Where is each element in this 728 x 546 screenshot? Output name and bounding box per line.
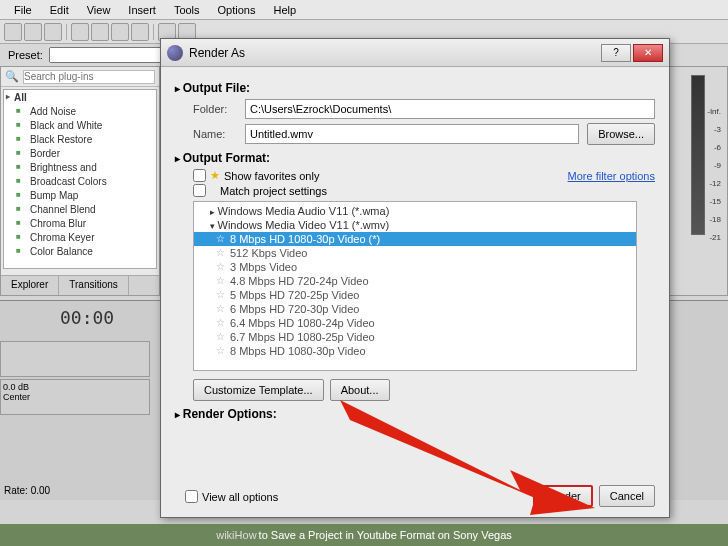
tab-explorer[interactable]: Explorer [1, 276, 59, 295]
toolbar-new-icon[interactable] [4, 23, 22, 41]
dialog-title: Render As [189, 46, 599, 60]
plugin-sidebar: 🔍 All Add Noise Black and White Black Re… [0, 66, 160, 296]
help-button[interactable]: ? [601, 44, 631, 62]
format-template[interactable]: 512 Kbps Video [194, 246, 636, 260]
dialog-titlebar[interactable]: Render As ? ✕ [161, 39, 669, 67]
toolbar-props-icon[interactable] [71, 23, 89, 41]
format-template[interactable]: 6 Mbps HD 720-30p Video [194, 302, 636, 316]
wikihow-caption: wikiHow to Save a Project in Youtube For… [0, 524, 728, 546]
plugin-item[interactable]: Chroma Keyer [6, 232, 154, 246]
plugin-tree[interactable]: All Add Noise Black and White Black Rest… [3, 89, 157, 269]
render-button[interactable]: Render [533, 485, 593, 507]
plugin-item[interactable]: Broadcast Colors [6, 176, 154, 190]
sidebar-tabs: Explorer Transitions [1, 275, 159, 295]
format-template[interactable]: 6.7 Mbps HD 1080-25p Video [194, 330, 636, 344]
caption-text: to Save a Project in Youtube Format on S… [259, 529, 512, 541]
menu-insert[interactable]: Insert [120, 2, 164, 18]
plugin-item[interactable]: Add Noise [6, 106, 154, 120]
tab-transitions[interactable]: Transitions [59, 276, 129, 295]
plugin-item[interactable]: Chroma Blur [6, 218, 154, 232]
audio-meter [691, 75, 705, 235]
more-filters-link[interactable]: More filter options [568, 170, 655, 182]
render-as-dialog: Render As ? ✕ Output File: Folder: Name:… [160, 38, 670, 518]
search-plugins-input[interactable] [23, 70, 155, 84]
toolbar-cut-icon[interactable] [91, 23, 109, 41]
folder-label: Folder: [193, 103, 237, 115]
customize-template-button[interactable]: Customize Template... [193, 379, 324, 401]
format-template[interactable]: 6.4 Mbps HD 1080-24p Video [194, 316, 636, 330]
name-label: Name: [193, 128, 237, 140]
rate-display: Rate: 0.00 [4, 485, 50, 496]
plugin-item[interactable]: Black and White [6, 120, 154, 134]
menu-tools[interactable]: Tools [166, 2, 208, 18]
format-template[interactable]: 8 Mbps HD 1080-30p Video [194, 344, 636, 358]
search-icon: 🔍 [5, 70, 19, 83]
output-format-header[interactable]: Output Format: [175, 151, 655, 165]
name-input[interactable] [245, 124, 579, 144]
time-display: 00:00 [60, 307, 114, 328]
plugin-item[interactable]: Border [6, 148, 154, 162]
plugin-item[interactable]: Channel Blend [6, 204, 154, 218]
format-template[interactable]: 4.8 Mbps HD 720-24p Video [194, 274, 636, 288]
menu-help[interactable]: Help [265, 2, 304, 18]
toolbar-copy-icon[interactable] [111, 23, 129, 41]
toolbar-open-icon[interactable] [24, 23, 42, 41]
plugin-item[interactable]: Brightness and [6, 162, 154, 176]
folder-input[interactable] [245, 99, 655, 119]
menu-bar: File Edit View Insert Tools Options Help [0, 0, 728, 20]
format-template[interactable]: 5 Mbps HD 720-25p Video [194, 288, 636, 302]
meter-scale: -Inf.-3-6 -9-12-15 -18-21 [707, 107, 721, 251]
plugin-item[interactable]: Bump Map [6, 190, 154, 204]
menu-options[interactable]: Options [210, 2, 264, 18]
match-settings-label: Match project settings [220, 185, 327, 197]
about-button[interactable]: About... [330, 379, 390, 401]
dialog-icon [167, 45, 183, 61]
format-parent[interactable]: Windows Media Audio V11 (*.wma) [194, 204, 636, 218]
track-center-label: Center [3, 392, 147, 402]
audio-track-header[interactable]: 0.0 dB Center [0, 379, 150, 415]
favorites-label: Show favorites only [224, 170, 319, 182]
view-all-checkbox[interactable] [185, 490, 198, 503]
meter-panel: -Inf.-3-6 -9-12-15 -18-21 [668, 66, 728, 296]
render-options-header[interactable]: Render Options: [175, 407, 655, 421]
match-settings-checkbox[interactable] [193, 184, 206, 197]
browse-button[interactable]: Browse... [587, 123, 655, 145]
video-track-header[interactable] [0, 341, 150, 377]
menu-view[interactable]: View [79, 2, 119, 18]
plugin-item[interactable]: Color Balance [6, 246, 154, 260]
menu-edit[interactable]: Edit [42, 2, 77, 18]
toolbar-save-icon[interactable] [44, 23, 62, 41]
close-button[interactable]: ✕ [633, 44, 663, 62]
output-file-header[interactable]: Output File: [175, 81, 655, 95]
menu-file[interactable]: File [6, 2, 40, 18]
favorites-checkbox[interactable] [193, 169, 206, 182]
format-template[interactable]: 3 Mbps Video [194, 260, 636, 274]
toolbar-paste-icon[interactable] [131, 23, 149, 41]
cancel-button[interactable]: Cancel [599, 485, 655, 507]
wikihow-brand: wikiHow [216, 529, 256, 541]
preset-label: Preset: [8, 49, 43, 61]
star-icon: ★ [210, 169, 220, 182]
tree-root-all[interactable]: All [6, 92, 154, 106]
format-list[interactable]: Windows Media Audio V11 (*.wma) Windows … [193, 201, 637, 371]
view-all-label: View all options [202, 491, 278, 503]
plugin-item[interactable]: Black Restore [6, 134, 154, 148]
format-template-selected[interactable]: 8 Mbps HD 1080-30p Video (*) [194, 232, 636, 246]
format-parent[interactable]: Windows Media Video V11 (*.wmv) [194, 218, 636, 232]
track-db-label: 0.0 dB [3, 382, 147, 392]
